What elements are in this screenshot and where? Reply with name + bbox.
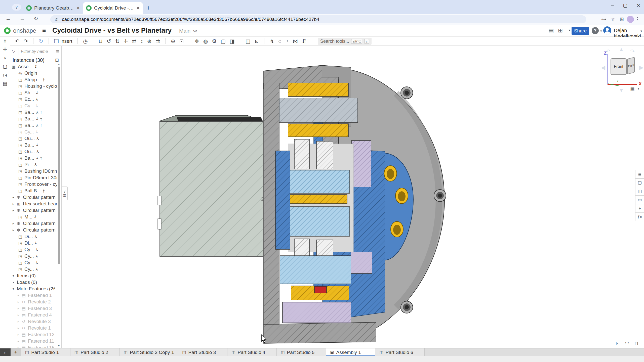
- view-menu-caret-icon[interactable]: ▾: [638, 87, 639, 90]
- tree-row[interactable]: ◎ Origin: [10, 70, 57, 76]
- toolbar-tool[interactable]: ⊾: [253, 38, 261, 44]
- tree-row[interactable]: ◳ Sh... ⅄: [10, 89, 57, 96]
- tree-row[interactable]: ◳ Housing - cycloidal ...: [10, 83, 57, 89]
- expand-chevron-icon[interactable]: ▸: [18, 339, 22, 343]
- right-panel-icon[interactable]: ≣: [635, 170, 644, 178]
- tree-row[interactable]: ◳ Cy... ⅄: [10, 103, 57, 109]
- help-icon[interactable]: ?: [592, 27, 599, 34]
- tree-row[interactable]: ▸ ⬒ Fastened 1: [10, 292, 57, 299]
- toolbar-tool[interactable]: ⇄: [130, 38, 139, 44]
- expand-chevron-icon[interactable]: ▸: [13, 209, 17, 212]
- rotate-up-icon[interactable]: ▲: [619, 46, 624, 53]
- toolbar-tool[interactable]: ↶: [13, 38, 22, 44]
- tab-search-button[interactable]: ∨: [12, 4, 21, 11]
- new-tab-button[interactable]: +: [146, 4, 150, 12]
- scroll-up-icon[interactable]: ▲: [57, 62, 60, 66]
- toolbar-tool[interactable]: ❖: [192, 38, 201, 44]
- tree-row[interactable]: ◳ Stepp... †: [10, 76, 57, 83]
- toolbar-tool[interactable]: ◍: [201, 38, 210, 44]
- tree-row[interactable]: ◳ Ba... ⅄ †: [10, 116, 57, 122]
- forward-icon[interactable]: →: [20, 16, 25, 22]
- tree-row[interactable]: ▣ Asse... ↧: [10, 63, 57, 70]
- measure-tool-icon[interactable]: ◠: [625, 340, 629, 346]
- element-search-button[interactable]: ⌕: [0, 348, 11, 356]
- tree-row[interactable]: ▸ ⬒ Fastened 11: [10, 338, 57, 344]
- tree-row[interactable]: ▸ ⬒ Fastened 3: [10, 305, 57, 312]
- toolbar-tool[interactable]: [162, 38, 169, 44]
- expand-chevron-icon[interactable]: ▸: [18, 333, 22, 336]
- site-info-icon[interactable]: ◎: [55, 17, 58, 22]
- view-menu-cube-icon[interactable]: ▣: [630, 86, 635, 92]
- user-avatar[interactable]: [603, 26, 611, 34]
- expand-chevron-icon[interactable]: ▾: [13, 287, 17, 291]
- filter-input[interactable]: [19, 48, 51, 55]
- window-control-button[interactable]: ✕: [636, 3, 640, 8]
- tree-row[interactable]: ◳ Pin-D6mm L30mm ...: [10, 174, 57, 181]
- toolbar-tool[interactable]: ⊕: [145, 38, 154, 44]
- tree-row[interactable]: ◳ Front cover - cycloi...: [10, 181, 57, 188]
- strip-icon[interactable]: ✛: [0, 45, 10, 54]
- element-tab[interactable]: ◫ Part Studio 4: [227, 348, 277, 356]
- browser-tab[interactable]: Cycloidal Drive - vs Belt vs Plan ✕: [83, 2, 143, 14]
- toolbar-tool[interactable]: ⇵: [300, 38, 308, 44]
- versions-history-icon[interactable]: ⋔: [0, 37, 10, 45]
- expand-chevron-icon[interactable]: ▸: [18, 326, 22, 330]
- strip-icon[interactable]: ◗: [0, 54, 10, 62]
- toolbar-tool[interactable]: ↺: [105, 38, 113, 44]
- tree-row[interactable]: ▸ ↺ Revolute 1: [10, 325, 57, 331]
- toolbar-tool[interactable]: ◨: [228, 38, 237, 44]
- tree-row[interactable]: ◳ Cy... ⅄: [10, 253, 57, 259]
- tree-row[interactable]: ▸ ✽ Circular pattern 1: [10, 194, 57, 201]
- toolbar-tool[interactable]: ⚙: [210, 38, 219, 44]
- bookmark-star-icon[interactable]: ☆: [611, 16, 615, 22]
- hex-socket-screw[interactable]: [401, 301, 413, 313]
- tree-row[interactable]: ◳ Ec... ⅄: [10, 96, 57, 103]
- reload-icon[interactable]: ↻: [34, 16, 38, 22]
- tree-row[interactable]: ◳ Cy... ⅄: [10, 129, 57, 135]
- strip-icon[interactable]: ◷: [0, 71, 10, 79]
- tree-row[interactable]: ▾ Mate Features (26): [10, 286, 57, 292]
- browser-menu-icon[interactable]: ⋮: [635, 16, 640, 22]
- tree-row[interactable]: ▸ ↺ Revolute 2: [10, 299, 57, 305]
- toolbar-tool[interactable]: ↻: [37, 38, 45, 44]
- toolbar-tool[interactable]: ↕: [138, 38, 145, 44]
- expand-chevron-icon[interactable]: ▸: [18, 307, 22, 310]
- measure-tool-icon[interactable]: ⊾: [615, 340, 620, 346]
- expand-chevron-icon[interactable]: ▸: [18, 313, 22, 317]
- expand-chevron-icon[interactable]: ▸: [13, 222, 17, 225]
- filter-icon[interactable]: ▽: [12, 49, 15, 54]
- view-cube-front-face[interactable]: Front: [611, 58, 627, 75]
- tree-row[interactable]: ◳ M... ⅄: [10, 214, 57, 220]
- rotate-down-icon[interactable]: ▼: [619, 87, 624, 94]
- add-element-button[interactable]: +: [11, 348, 21, 356]
- element-tab[interactable]: ◫ Part Studio 6: [375, 348, 425, 356]
- expand-chevron-icon[interactable]: ▾: [13, 274, 17, 278]
- tree-row[interactable]: ▸ ✽ Circular pattern 4: [10, 227, 57, 233]
- expand-chevron-icon[interactable]: ▸: [13, 196, 17, 199]
- toolbar-tool[interactable]: ↷: [22, 38, 30, 44]
- release-tasks-icon[interactable]: ▤: [548, 27, 554, 34]
- workspace-branch-label[interactable]: Main: [179, 28, 191, 34]
- element-tab[interactable]: ◫ Part Studio 3: [178, 348, 227, 356]
- tab-close-icon[interactable]: ✕: [136, 6, 140, 11]
- tree-row[interactable]: ▸ ⬒ Fastened 15: [10, 344, 57, 348]
- right-panel-icon[interactable]: ▢: [635, 178, 644, 187]
- app-store-icon[interactable]: ⊞: [558, 27, 563, 34]
- tree-row[interactable]: ◳ Pi... ⅄: [10, 161, 57, 168]
- link-icon[interactable]: ∞: [193, 27, 197, 33]
- toolbar-tool[interactable]: [30, 38, 37, 44]
- toolbar-tool[interactable]: [186, 38, 192, 44]
- tree-row[interactable]: ◳ Di... ⅄: [10, 240, 57, 246]
- expand-chevron-icon[interactable]: ▸: [18, 346, 22, 348]
- element-tab[interactable]: ◫ Part Studio 2: [70, 348, 120, 356]
- graphics-viewport[interactable]: ∨ ≣ ▲ ↶ ↷ ◀ ▶ ▼ Z Front Right X Y ▣ ▾ ≣▢…: [62, 46, 644, 348]
- expand-chevron-icon[interactable]: ▸: [18, 300, 22, 304]
- hex-socket-screw[interactable]: [434, 190, 446, 202]
- tree-row[interactable]: ◳ Bu... ⅄: [10, 142, 57, 148]
- toolbar-tool[interactable]: ◔: [284, 38, 291, 44]
- right-panel-icon[interactable]: ◕: [635, 204, 644, 213]
- tree-row[interactable]: ◳ Cy... ⅄: [10, 266, 57, 273]
- expand-chevron-icon[interactable]: ▾: [13, 281, 17, 284]
- expand-chevron-icon[interactable]: ▸: [13, 228, 17, 232]
- toolbar-tool[interactable]: ↯: [268, 38, 276, 44]
